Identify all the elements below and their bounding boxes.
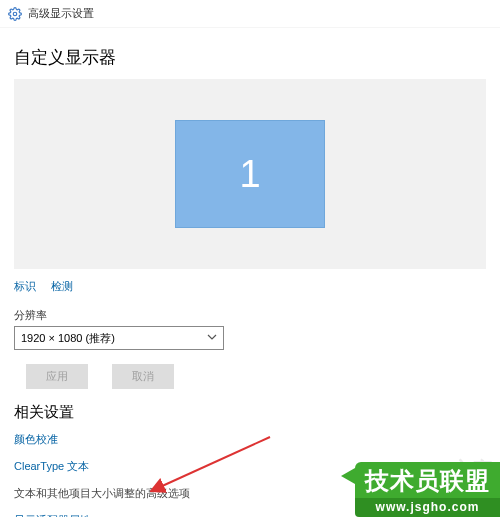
button-row: 应用 取消 — [14, 364, 486, 389]
identify-detect-row: 标识 检测 — [14, 279, 486, 294]
titlebar: 高级显示设置 — [0, 0, 500, 28]
resolution-select[interactable]: 1920 × 1080 (推荐) — [14, 326, 224, 350]
identify-link[interactable]: 标识 — [14, 280, 36, 292]
resolution-selected-value: 1920 × 1080 (推荐) — [21, 331, 115, 346]
monitor-1-tile[interactable]: 1 — [175, 120, 325, 228]
window-title: 高级显示设置 — [28, 6, 94, 21]
monitor-preview-panel: 1 — [14, 79, 486, 269]
monitor-number: 1 — [239, 153, 260, 196]
detect-link[interactable]: 检测 — [51, 280, 73, 292]
apply-button[interactable]: 应用 — [26, 364, 88, 389]
related-heading: 相关设置 — [14, 403, 486, 422]
watermark-url: www.jsgho.com — [355, 498, 500, 517]
chevron-down-icon — [207, 332, 217, 344]
section-heading-customize: 自定义显示器 — [14, 46, 486, 69]
gear-icon — [8, 7, 22, 21]
watermark-title: 技术员联盟 — [355, 462, 500, 498]
svg-point-0 — [13, 12, 17, 16]
watermark-badge: 技术员联盟 www.jsgho.com — [355, 462, 500, 517]
cancel-button[interactable]: 取消 — [112, 364, 174, 389]
link-color-calibration[interactable]: 颜色校准 — [14, 432, 486, 447]
content-area: 自定义显示器 1 标识 检测 分辨率 1920 × 1080 (推荐) 应用 取… — [0, 28, 500, 517]
resolution-label: 分辨率 — [14, 308, 486, 323]
